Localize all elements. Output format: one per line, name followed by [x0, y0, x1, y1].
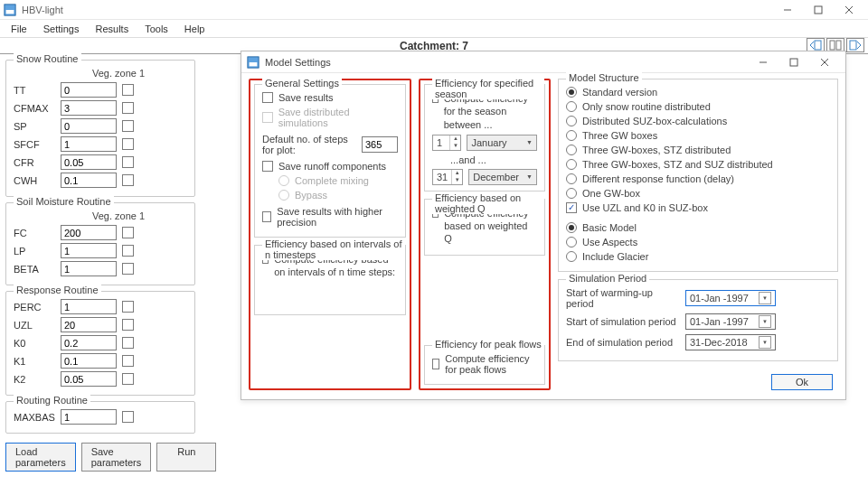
- maximize-button[interactable]: [803, 0, 834, 20]
- perc-checkbox[interactable]: [122, 301, 134, 313]
- param-label: UZL: [14, 320, 55, 331]
- group-legend: Efficiency for peak flows: [432, 339, 544, 350]
- lp-checkbox[interactable]: [122, 245, 134, 257]
- k1-input[interactable]: [61, 353, 117, 369]
- group-legend: General Settings: [262, 78, 342, 89]
- param-label: MAXBAS: [14, 412, 55, 423]
- dialog-minimize-button[interactable]: [748, 52, 778, 72]
- menu-results[interactable]: Results: [88, 22, 136, 36]
- model-radio-2[interactable]: [566, 251, 577, 262]
- structure-radio-3[interactable]: [566, 130, 577, 141]
- menu-help[interactable]: Help: [177, 22, 212, 36]
- structure-label: Three GW-boxes, STZ and SUZ distributed: [582, 159, 773, 170]
- structure-radio-0[interactable]: [566, 87, 577, 98]
- cfmax-input[interactable]: [61, 100, 117, 116]
- model-radio-1[interactable]: [566, 237, 577, 248]
- menu-tools[interactable]: Tools: [137, 22, 175, 36]
- uzl-checkbox[interactable]: [566, 202, 577, 213]
- save-precision-checkbox[interactable]: [262, 211, 271, 222]
- structure-radio-6[interactable]: [566, 173, 577, 184]
- k2-input[interactable]: [61, 371, 117, 387]
- default-steps-input[interactable]: [362, 136, 398, 153]
- season-to-month[interactable]: December▼: [468, 169, 537, 185]
- uzl-input[interactable]: [61, 317, 117, 332]
- group-legend: Soil Moisture Routine: [14, 196, 114, 207]
- cwh-input[interactable]: [61, 173, 117, 188]
- peak-label: Compute efficiency for peak flows: [445, 353, 537, 375]
- bypass-label: Bypass: [295, 190, 327, 201]
- structure-radio-2[interactable]: [566, 116, 577, 126]
- tt-input[interactable]: [61, 82, 117, 98]
- model-radio-0[interactable]: [566, 222, 577, 233]
- parameter-panel: Snow Routine Veg. zone 1 TT CFMAX SP SFC…: [5, 60, 195, 472]
- maxbas-input[interactable]: [61, 409, 117, 425]
- cfr-input[interactable]: [61, 154, 117, 170]
- dialog-close-button[interactable]: [809, 52, 840, 72]
- k0-input[interactable]: [61, 335, 117, 350]
- cwh-checkbox[interactable]: [122, 174, 134, 186]
- structure-label: Three GW-boxes, STZ distributed: [582, 145, 731, 155]
- tt-checkbox[interactable]: [122, 84, 134, 96]
- minimize-button[interactable]: [772, 0, 803, 20]
- response-routine-group: Response Routine PERC UZL K0 K1 K2: [5, 291, 195, 396]
- param-label: TT: [14, 85, 55, 96]
- veg-zone-header: Veg. zone 1: [50, 68, 187, 79]
- save-results-checkbox[interactable]: [262, 92, 273, 103]
- season-to-day[interactable]: 31▲▼: [432, 169, 463, 185]
- model-label: Basic Model: [582, 222, 637, 233]
- save-precision-label: Save results with higher precision: [277, 206, 398, 228]
- efficiency-season-group: Efficiency for specified season Compute …: [424, 84, 545, 191]
- bypass-radio: [278, 190, 289, 201]
- simend-date-input[interactable]: 31-Dec-2018▼: [685, 334, 776, 350]
- general-column: General Settings Save results Save distr…: [249, 79, 411, 390]
- fc-input[interactable]: [61, 225, 117, 240]
- season-from-day[interactable]: 1▲▼: [432, 135, 461, 151]
- menu-settings[interactable]: Settings: [36, 22, 87, 36]
- k2-checkbox[interactable]: [122, 373, 134, 385]
- season-and-label: ...and ...: [450, 154, 537, 165]
- save-runoff-checkbox[interactable]: [262, 161, 273, 172]
- warmup-date-input[interactable]: 01-Jan -1997▼: [685, 290, 776, 306]
- beta-input[interactable]: [61, 261, 117, 276]
- sfcf-input[interactable]: [61, 136, 117, 152]
- maxbas-checkbox[interactable]: [122, 411, 134, 423]
- beta-checkbox[interactable]: [122, 263, 134, 275]
- peak-checkbox[interactable]: [432, 359, 439, 369]
- structure-radio-7[interactable]: [566, 188, 577, 199]
- cfmax-checkbox[interactable]: [122, 102, 134, 114]
- cfr-checkbox[interactable]: [122, 156, 134, 168]
- structure-label: Different response function (delay): [582, 173, 734, 184]
- run-button[interactable]: Run: [156, 443, 216, 472]
- menubar: File Settings Results Tools Help: [0, 20, 868, 38]
- simstart-date-input[interactable]: 01-Jan -1997▼: [685, 313, 776, 330]
- structure-radio-1[interactable]: [566, 101, 577, 112]
- sp-checkbox[interactable]: [122, 120, 134, 132]
- sfcf-checkbox[interactable]: [122, 138, 134, 150]
- structure-label: Only snow routine distributed: [582, 101, 711, 112]
- dialog-maximize-button[interactable]: [778, 52, 809, 72]
- close-button[interactable]: [834, 0, 864, 20]
- ok-button[interactable]: Ok: [771, 374, 833, 390]
- group-legend: Simulation Period: [566, 273, 649, 284]
- efficiency-intervals-group: Efficiency based on intervals of n times…: [254, 245, 406, 315]
- lp-input[interactable]: [61, 243, 117, 258]
- model-settings-dialog: Model Settings General Settings Save res…: [241, 51, 846, 400]
- structure-radio-4[interactable]: [566, 145, 577, 155]
- dialog-icon: [247, 56, 259, 69]
- structure-radio-5[interactable]: [566, 159, 577, 170]
- structure-label: Three GW boxes: [582, 130, 657, 141]
- season-from-month[interactable]: January▼: [467, 135, 537, 151]
- fc-checkbox[interactable]: [122, 227, 134, 238]
- perc-input[interactable]: [61, 299, 117, 314]
- param-label: K1: [14, 356, 55, 367]
- dialog-title: Model Settings: [265, 57, 331, 68]
- k0-checkbox[interactable]: [122, 337, 134, 349]
- uzl-checkbox[interactable]: [122, 319, 134, 331]
- simend-label: End of simulation period: [566, 337, 680, 348]
- load-parameters-button[interactable]: Load parameters: [5, 443, 76, 472]
- menu-file[interactable]: File: [4, 22, 34, 36]
- save-parameters-button[interactable]: Save parameters: [81, 443, 152, 472]
- k1-checkbox[interactable]: [122, 355, 134, 367]
- next-catchment-button[interactable]: [846, 38, 864, 52]
- sp-input[interactable]: [61, 118, 117, 134]
